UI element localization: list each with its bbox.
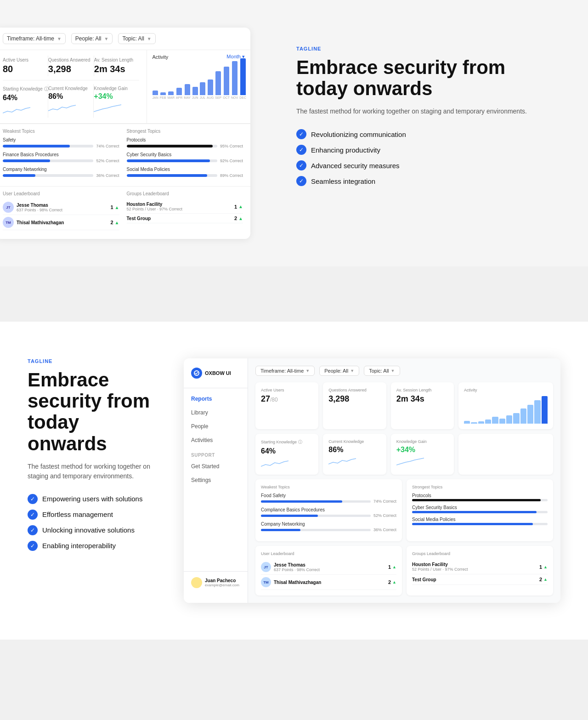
full-app-container: OXBOW UI Reports Library People Activiti…: [184, 358, 560, 603]
dash-lb-group-1: Houston Facility 52 Points / User · 97% …: [412, 560, 548, 574]
starting-knowledge-metric: Starting Knowledge ⓘ 64%: [3, 84, 48, 118]
tagline-panel-bottom: TAGLINE Embrace security from today onwa…: [28, 358, 156, 551]
dash-session: Av. Session Length 2m 34s: [391, 382, 454, 429]
bar-may: MAY: [184, 84, 191, 99]
starting-knowledge-label: Starting Knowledge ⓘ: [3, 86, 42, 92]
dash-groups-lb-title: Groups Leaderboard: [412, 551, 548, 556]
session-length-metric: Av. Session Length 2m 34s: [94, 56, 139, 76]
dash-session-label: Av. Session Length: [396, 388, 448, 392]
sidebar-nav-settings[interactable]: Settings: [184, 473, 248, 487]
knowledge-gain-metric: Knowledge Gain +34%: [94, 84, 139, 118]
topic-cyber-bar: 92% Correct: [127, 159, 243, 163]
tagline-bottom-heading: Embrace security from today onwards: [28, 369, 156, 454]
feature-top-1-label: Revolutionizing communication: [311, 130, 406, 138]
lb-user-2-name: Thisal Mathivazhagan: [17, 220, 64, 225]
check-icon-b1: ✓: [28, 494, 38, 504]
lb-user-2-rank: 2 ▲: [110, 220, 119, 225]
topic-safety: Safety 74% Correct: [3, 137, 119, 148]
topic-social-bar: 89% Correct: [127, 173, 243, 178]
bar-jul: JUL: [200, 82, 205, 99]
activity-header: Activity Month ▾: [153, 54, 245, 60]
feature-list-top: ✓ Revolutionizing communication ✓ Enhanc…: [296, 129, 542, 186]
tagline-top-heading: Embrace security from today onwards: [296, 57, 542, 99]
dash-topic-cyber-bar: [412, 511, 548, 513]
topics-row: Weakest Topics Safety 74% Correct Financ…: [0, 124, 250, 186]
timeframe-arrow: ▼: [57, 36, 62, 41]
feature-bottom-1-label: Empowering users with solutions: [42, 495, 142, 503]
sidebar-nav-reports[interactable]: Reports: [184, 392, 248, 406]
dash-topic-food: Food Safety 74% Correct: [261, 493, 396, 504]
questions-answered-metric: Questions Answered 3,298: [48, 56, 94, 76]
lb-group-1-rank: 1 ▲: [234, 204, 243, 210]
dash-filters: Timeframe: All-time ▼ People: All ▼ Topi…: [255, 366, 553, 376]
knowledge-gain-label: Knowledge Gain: [94, 86, 133, 91]
topic-finance-name: Finance Basics Procedures: [3, 152, 119, 157]
dash-topic-social: Social Media Policies: [412, 517, 548, 525]
dash-lb-group-1-rank: 1 ▲: [539, 564, 548, 570]
feature-bottom-2-label: Effortless management: [42, 510, 113, 518]
main-dashboard: Timeframe: All-time ▼ People: All ▼ Topi…: [248, 358, 560, 603]
sidebar-nav-library[interactable]: Library: [184, 406, 248, 420]
dash-topic-social-name: Social Media Policies: [412, 517, 548, 522]
sidebar-nav-people[interactable]: People: [184, 420, 248, 433]
lb-user-2: TM Thisal Mathivazhagan 2 ▲: [3, 215, 119, 230]
dash-topic-social-bar: [412, 523, 548, 525]
filters-bar: Timeframe: All-time ▼ People: All ▼ Topi…: [0, 28, 250, 50]
top-section: Timeframe: All-time ▼ People: All ▼ Topi…: [0, 0, 588, 266]
dash-topic-protocols: Protocols: [412, 493, 548, 501]
dash-lb-group-1-pts: 52 Points / User · 97% Correct: [412, 567, 468, 572]
dash-people-filter[interactable]: People: All ▼: [319, 366, 359, 376]
tagline-top-label: TAGLINE: [296, 46, 542, 51]
profile-inner: Juan Pacheco example@email.com: [191, 577, 240, 588]
lb-user-1-avatar: JT: [3, 202, 14, 213]
dash-timeframe-filter[interactable]: Timeframe: All-time ▼: [255, 366, 315, 376]
dash-activity-card: Activity: [458, 382, 553, 429]
timeframe-filter[interactable]: Timeframe: All-time ▼: [3, 33, 66, 44]
dash-lb-user-1-name: Jesse Thomas: [274, 562, 320, 567]
dash-questions: Questions Answered 3,298: [323, 382, 386, 429]
dash-groups-lb: Groups Leaderboard Houston Facility 52 P…: [407, 546, 553, 595]
topic-social: Social Media Policies 89% Correct: [127, 167, 243, 178]
sidebar-profile: Juan Pacheco example@email.com: [184, 571, 248, 594]
spacer: [0, 266, 588, 294]
profile-info: Juan Pacheco example@email.com: [205, 578, 239, 587]
dashboard-panel-top: Timeframe: All-time ▼ People: All ▼ Topi…: [0, 28, 250, 239]
topic-cyber-name: Cyber Security Basics: [127, 152, 243, 157]
feature-top-4-label: Seamless integration: [311, 177, 375, 185]
dash-current-knowledge-label: Current Knowledge: [328, 439, 380, 444]
sidebar-nav-getstarted[interactable]: Get Started: [184, 459, 248, 473]
feature-bottom-3-label: Unlocking innovative solutions: [42, 526, 135, 534]
dash-topic-filter[interactable]: Topic: All ▼: [364, 366, 400, 376]
dash-topic-networking-bar: 36% Correct: [261, 527, 396, 532]
check-icon-1: ✓: [296, 129, 306, 139]
check-icon-2: ✓: [296, 145, 306, 155]
sidebar-nav-activities[interactable]: Activities: [184, 433, 248, 447]
feature-top-3-label: Advanced security measures: [311, 162, 400, 170]
dash-topic-networking: Company Networking 36% Correct: [261, 522, 396, 532]
topic-filter[interactable]: Topic: All ▼: [118, 33, 155, 44]
people-filter[interactable]: People: All ▼: [71, 33, 113, 44]
dash-lb-user-2: TM Thisal Mathivazhagan 2 ▲: [261, 575, 396, 590]
feature-bottom-4: ✓ Enabling interoperability: [28, 541, 156, 551]
topic-protocols: Protocols 95% Correct: [127, 137, 243, 148]
activity-panel: Activity Month ▾ JAN FEB MAR APR MAY JUN…: [147, 50, 250, 123]
check-icon-b4: ✓: [28, 541, 38, 551]
people-label: People: All: [75, 35, 102, 42]
tagline-bottom-label: TAGLINE: [28, 358, 156, 364]
current-knowledge-value: 86%: [48, 92, 88, 101]
dash-lb-user-1-avatar: JT: [261, 562, 271, 572]
topic-safety-name: Safety: [3, 137, 119, 142]
check-icon-3: ✓: [296, 160, 306, 170]
gain-sparkline: [94, 103, 121, 113]
knowledge-gain-value: +34%: [94, 92, 133, 101]
topic-networking-bar: 36% Correct: [3, 173, 119, 178]
dash-active-users: Active Users 27/80: [255, 382, 318, 429]
dash-mini-bar-chart: [464, 396, 548, 424]
profile-avatar: [191, 577, 202, 588]
feature-bottom-4-label: Enabling interoperability: [42, 542, 116, 550]
feature-top-1: ✓ Revolutionizing communication: [296, 129, 542, 139]
user-lb-title: User Leaderboard: [3, 191, 119, 196]
lb-user-1-rank: 1 ▲: [110, 204, 119, 210]
starting-sparkline: [3, 105, 30, 114]
active-users-label: Active Users: [3, 57, 42, 62]
